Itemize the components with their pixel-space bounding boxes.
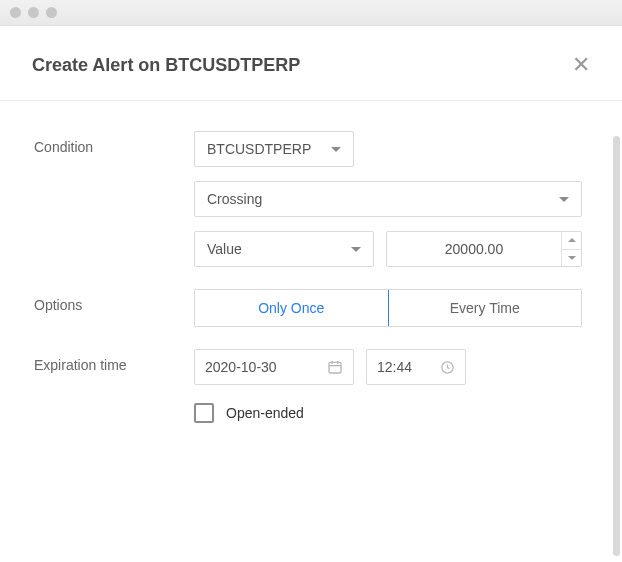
expiration-date-input[interactable]: 2020-10-30 [194, 349, 354, 385]
trigger-select-value: Crossing [207, 191, 262, 207]
option-every-time-label: Every Time [450, 300, 520, 316]
open-ended-label: Open-ended [226, 405, 304, 421]
condition-controls: BTCUSDTPERP Crossing Value [194, 131, 582, 267]
options-controls: Only Once Every Time [194, 289, 582, 327]
dialog-title: Create Alert on BTCUSDTPERP [32, 55, 300, 76]
dialog-header: Create Alert on BTCUSDTPERP ✕ [0, 26, 622, 100]
open-ended-row: Open-ended [194, 403, 582, 423]
dialog-content: Create Alert on BTCUSDTPERP ✕ Condition … [0, 26, 622, 562]
expiration-time-value: 12:44 [377, 359, 412, 375]
expiration-time-input[interactable]: 12:44 [366, 349, 466, 385]
form: Condition BTCUSDTPERP Crossing [0, 101, 622, 423]
window-titlebar [0, 0, 622, 26]
value-step-up[interactable] [562, 232, 581, 249]
symbol-select[interactable]: BTCUSDTPERP [194, 131, 354, 167]
options-segment: Only Once Every Time [194, 289, 582, 327]
value-type-select[interactable]: Value [194, 231, 374, 267]
row-condition: Condition BTCUSDTPERP Crossing [34, 131, 582, 267]
chevron-down-icon [568, 256, 576, 260]
option-only-once[interactable]: Only Once [194, 289, 389, 327]
chevron-down-icon [331, 147, 341, 152]
expiration-controls: 2020-10-30 12:44 [194, 349, 582, 423]
option-every-time[interactable]: Every Time [388, 290, 582, 326]
close-icon: ✕ [572, 52, 590, 77]
value-type-select-value: Value [207, 241, 242, 257]
value-input-text: 20000.00 [387, 232, 561, 266]
traffic-light-min[interactable] [28, 7, 39, 18]
expiration-label: Expiration time [34, 349, 194, 373]
clock-icon [440, 360, 455, 375]
chevron-up-icon [568, 238, 576, 242]
row-expiration: Expiration time 2020-10-30 [34, 349, 582, 423]
condition-label: Condition [34, 131, 194, 155]
scrollbar[interactable] [613, 136, 620, 556]
chevron-down-icon [351, 247, 361, 252]
trigger-select[interactable]: Crossing [194, 181, 582, 217]
options-label: Options [34, 289, 194, 313]
chevron-down-icon [559, 197, 569, 202]
svg-rect-0 [329, 362, 341, 373]
option-only-once-label: Only Once [258, 300, 324, 316]
traffic-light-close[interactable] [10, 7, 21, 18]
calendar-icon [327, 359, 343, 375]
value-step-down[interactable] [562, 249, 581, 267]
value-input[interactable]: 20000.00 [386, 231, 582, 267]
close-button[interactable]: ✕ [572, 54, 590, 76]
symbol-select-value: BTCUSDTPERP [207, 141, 311, 157]
open-ended-checkbox[interactable] [194, 403, 214, 423]
expiration-date-value: 2020-10-30 [205, 359, 277, 375]
row-options: Options Only Once Every Time [34, 289, 582, 327]
traffic-light-max[interactable] [46, 7, 57, 18]
value-spinners [561, 232, 581, 266]
